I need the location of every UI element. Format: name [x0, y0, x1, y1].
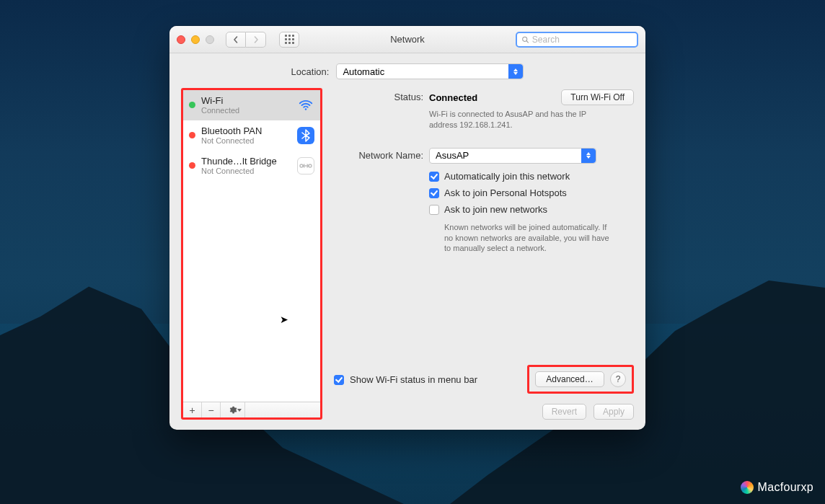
network-preferences-window: Network Location: Automatic Wi-Fi C — [169, 26, 645, 430]
ask-new-networks-label: Ask to join new networks — [444, 204, 547, 215]
wifi-icon — [297, 97, 314, 114]
remove-service-button[interactable]: − — [202, 402, 221, 417]
service-item-bluetooth[interactable]: Bluetooth PAN Not Connected — [183, 120, 320, 151]
service-status: Connected — [201, 106, 291, 115]
wifi-toggle-button[interactable]: Turn Wi-Fi Off — [561, 89, 634, 105]
help-button[interactable]: ? — [610, 371, 626, 387]
service-item-thunderbolt[interactable]: Thunde…lt Bridge Not Connected — [183, 151, 320, 181]
service-list-panel: Wi-Fi Connected Bluetooth PAN Not Connec… — [181, 88, 322, 420]
advanced-highlight-box: Advanced… ? — [527, 365, 634, 394]
show-menubar-label: Show Wi-Fi status in menu bar — [350, 374, 477, 385]
watermark-logo-icon — [741, 481, 754, 494]
network-name-value: AsusAP — [436, 150, 469, 161]
bluetooth-icon — [297, 127, 314, 144]
watermark: Macfourxp — [741, 481, 813, 494]
back-button[interactable] — [226, 32, 246, 48]
service-status: Not Connected — [201, 167, 291, 175]
chevron-updown-icon — [508, 64, 523, 79]
ask-hotspot-checkbox[interactable] — [429, 188, 439, 198]
network-name-select[interactable]: AsusAP — [429, 148, 596, 164]
revert-button[interactable]: Revert — [542, 404, 586, 420]
search-input[interactable] — [532, 35, 632, 45]
apply-button[interactable]: Apply — [594, 404, 634, 420]
ask-new-networks-desc: Known networks will be joined automatica… — [444, 222, 610, 255]
status-value: Connected — [429, 92, 477, 103]
grid-icon — [285, 35, 294, 44]
show-all-button[interactable] — [279, 32, 299, 48]
status-dot-icon — [189, 162, 195, 169]
status-description: Wi-Fi is connected to AsusAP and has the… — [429, 109, 609, 131]
location-label: Location: — [291, 66, 330, 77]
service-actions-button[interactable] — [221, 402, 245, 417]
close-window-button[interactable] — [177, 35, 185, 44]
network-name-label: Network Name: — [334, 148, 429, 161]
auto-join-label: Automatically join this network — [444, 171, 570, 182]
gear-icon — [228, 405, 237, 415]
window-controls — [177, 35, 214, 44]
status-label: Status: — [334, 89, 429, 102]
svg-line-1 — [526, 40, 528, 42]
add-service-button[interactable]: + — [183, 402, 202, 417]
watermark-text: Macfourxp — [758, 481, 813, 494]
search-icon — [521, 35, 529, 44]
service-detail-panel: Status: Connected Turn Wi-Fi Off Wi-Fi i… — [332, 88, 634, 420]
ask-new-networks-checkbox[interactable] — [429, 205, 439, 215]
service-name: Wi-Fi — [201, 95, 291, 106]
auto-join-checkbox[interactable] — [429, 172, 439, 182]
service-name: Bluetooth PAN — [201, 125, 291, 136]
service-list-toolbar: + − — [183, 402, 320, 417]
status-dot-icon — [189, 102, 195, 108]
service-name: Thunde…lt Bridge — [201, 156, 291, 167]
svg-point-2 — [305, 108, 307, 110]
search-field[interactable] — [516, 32, 638, 48]
thunderbolt-icon — [297, 157, 314, 174]
advanced-button[interactable]: Advanced… — [535, 371, 604, 387]
service-list[interactable]: Wi-Fi Connected Bluetooth PAN Not Connec… — [183, 90, 320, 402]
service-item-wifi[interactable]: Wi-Fi Connected — [183, 90, 320, 120]
minimize-window-button[interactable] — [191, 35, 200, 44]
ask-hotspot-label: Ask to join Personal Hotspots — [444, 187, 567, 198]
nav-buttons — [226, 32, 266, 48]
show-menubar-checkbox[interactable] — [334, 375, 344, 385]
titlebar: Network — [169, 26, 645, 53]
location-value: Automatic — [343, 66, 384, 77]
forward-button[interactable] — [246, 32, 266, 48]
location-select[interactable]: Automatic — [336, 63, 524, 79]
zoom-window-button[interactable] — [206, 35, 214, 44]
status-dot-icon — [189, 132, 195, 138]
service-status: Not Connected — [201, 136, 291, 145]
chevron-updown-icon — [581, 149, 596, 163]
